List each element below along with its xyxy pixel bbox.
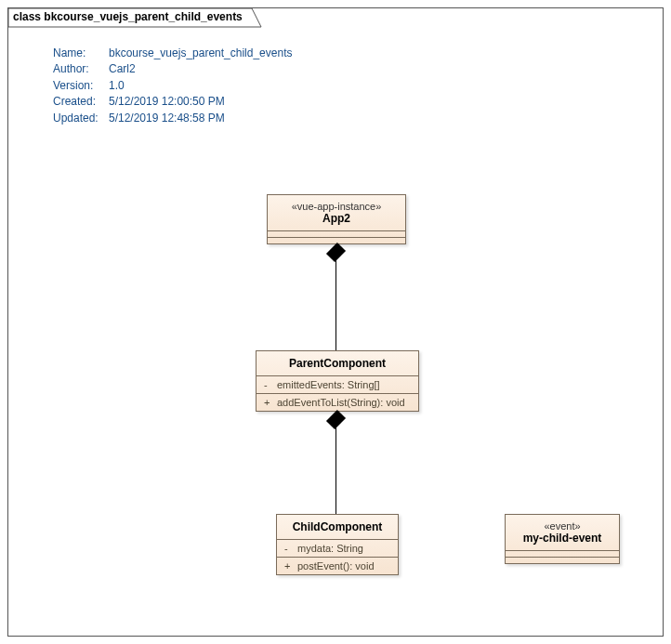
parent-attr-visibility: -	[264, 379, 277, 390]
child-attr-visibility: -	[284, 543, 297, 554]
class-child-name: ChildComponent	[286, 520, 388, 533]
meta-author-value: Carl2	[109, 61, 136, 77]
diagram-title: class bkcourse_vuejs_parent_child_events	[13, 10, 243, 23]
meta-author-label: Author:	[53, 61, 109, 77]
meta-created-label: Created:	[53, 94, 109, 110]
meta-updated-label: Updated:	[53, 111, 109, 126]
diagram-frame: class bkcourse_vuejs_parent_child_events…	[7, 7, 664, 637]
meta-name-value: bkcourse_vuejs_parent_child_events	[109, 46, 292, 61]
child-attr: mydata: String	[297, 543, 363, 554]
meta-version-label: Version:	[53, 78, 109, 94]
meta-created-value: 5/12/2019 12:00:50 PM	[109, 94, 225, 110]
parent-attr: emittedEvents: String[]	[277, 379, 380, 390]
parent-op: addEventToList(String): void	[277, 397, 405, 408]
meta-updated-value: 5/12/2019 12:48:58 PM	[109, 111, 225, 126]
class-app2-name: App2	[277, 212, 396, 225]
meta-name-label: Name:	[53, 46, 109, 61]
class-event-name: my-child-event	[515, 532, 610, 545]
child-op-visibility: +	[284, 560, 297, 572]
class-child-component[interactable]: ChildComponent - mydata: String + postEv…	[276, 514, 399, 575]
connector-parent-child	[336, 415, 336, 514]
class-event-stereotype: «event»	[515, 520, 610, 532]
child-op: postEvent(): void	[297, 560, 375, 572]
class-parent-component[interactable]: ParentComponent - emittedEvents: String[…	[256, 350, 419, 412]
connector-app2-parent	[336, 248, 336, 350]
diagram-metadata: Name: bkcourse_vuejs_parent_child_events…	[53, 46, 292, 126]
class-app2[interactable]: «vue-app-instance» App2	[267, 194, 406, 244]
class-app2-stereotype: «vue-app-instance»	[277, 201, 396, 212]
meta-version-value: 1.0	[109, 78, 125, 94]
class-my-child-event[interactable]: «event» my-child-event	[505, 514, 620, 564]
parent-op-visibility: +	[264, 397, 277, 408]
class-parent-name: ParentComponent	[266, 357, 409, 370]
